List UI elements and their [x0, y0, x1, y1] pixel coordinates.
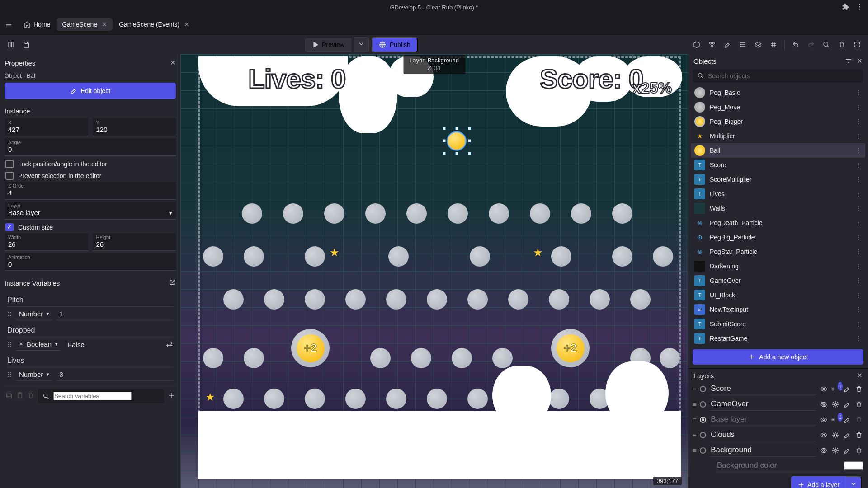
object-item[interactable]: Peg_Basic⋮ [691, 85, 865, 100]
kebab-menu-icon[interactable]: ⋮ [855, 190, 862, 197]
selection-handle[interactable] [468, 139, 471, 142]
kebab-menu-icon[interactable]: ⋮ [855, 335, 862, 342]
object-icon[interactable] [690, 38, 703, 51]
selection-handle[interactable] [443, 139, 446, 142]
layer-name-input[interactable]: Clouds [710, 429, 816, 441]
object-item[interactable]: Peg_Move⋮ [691, 100, 865, 114]
layer-name-input[interactable]: GameOver [710, 398, 816, 411]
variable-type-select[interactable]: Number ▾ [16, 369, 52, 381]
edit-object-button[interactable]: Edit object [5, 83, 176, 99]
preview-dropdown-button[interactable] [354, 37, 369, 52]
kebab-menu-icon[interactable]: ⋮ [855, 306, 862, 313]
height-field[interactable]: Height26 [93, 233, 176, 251]
delete-layer-icon[interactable] [854, 431, 863, 440]
add-object-button[interactable]: Add a new object [693, 349, 863, 365]
drag-handle-icon[interactable]: ⠿ [7, 311, 12, 318]
kebab-menu-icon[interactable]: ⋮ [855, 248, 862, 255]
edit-layer-icon[interactable] [843, 415, 852, 424]
kebab-menu-icon[interactable]: ⋮ [855, 118, 862, 125]
kebab-menu-icon[interactable]: ⋮ [855, 219, 862, 226]
edit-layer-icon[interactable] [843, 431, 852, 440]
fullscreen-icon[interactable] [851, 38, 863, 51]
variable-name[interactable]: Pitch [7, 295, 173, 307]
object-item[interactable]: Ball⋮ [691, 143, 865, 158]
selection-handle[interactable] [443, 127, 446, 130]
hamburger-menu-button[interactable] [3, 19, 14, 30]
filter-icon[interactable] [845, 57, 852, 66]
effects-icon[interactable] [831, 446, 840, 455]
custom-size-checkbox[interactable]: Custom size [5, 221, 176, 233]
layer-select[interactable]: LayerBase layer ▾ [5, 202, 176, 220]
object-item[interactable]: TScoreMultiplier⋮ [691, 172, 865, 187]
kebab-menu-icon[interactable]: ⋮ [855, 234, 862, 241]
object-item[interactable]: TLives⋮ [691, 187, 865, 201]
drag-handle-icon[interactable]: ≡ [693, 432, 696, 439]
kebab-menu-icon[interactable]: ⋮ [855, 147, 862, 154]
tab-scene[interactable]: GameScene ✕ [57, 18, 113, 31]
save-icon[interactable] [20, 38, 33, 51]
copy-icon[interactable] [5, 392, 13, 400]
selection-handle[interactable] [455, 152, 458, 155]
edit-properties-icon[interactable] [721, 38, 734, 51]
edit-layer-icon[interactable] [843, 400, 852, 409]
object-item[interactable]: TScore⋮ [691, 158, 865, 172]
visibility-toggle-icon[interactable] [819, 431, 828, 440]
redo-icon[interactable] [805, 38, 817, 51]
zorder-field[interactable]: Z Order4 [5, 182, 176, 200]
object-item[interactable]: ⊛PegBig_Particle⋮ [691, 230, 865, 244]
visibility-toggle-icon[interactable] [819, 385, 828, 394]
group-icon[interactable] [706, 38, 718, 51]
drag-handle-icon[interactable]: ≡ [693, 385, 696, 393]
scene-canvas[interactable]: Layer: Background Z: 31 Lives: 0 Score: … [180, 54, 688, 488]
object-item[interactable]: TGameOver⋮ [691, 273, 865, 288]
instances-list-icon[interactable] [736, 38, 749, 51]
effects-icon[interactable] [831, 400, 840, 409]
width-field[interactable]: Width26 [5, 233, 88, 251]
object-item[interactable]: ★Multiplier⋮ [691, 129, 865, 143]
effects-icon[interactable]: 1 [831, 415, 840, 424]
selection-handle[interactable] [443, 152, 446, 155]
close-icon[interactable]: ✕ [170, 59, 176, 67]
edit-layer-icon[interactable] [843, 385, 852, 394]
active-layer-radio[interactable] [700, 386, 706, 392]
delete-layer-icon[interactable] [854, 446, 863, 455]
variable-type-select[interactable]: ✕Boolean ▾ [16, 339, 61, 351]
selection-handle[interactable] [468, 152, 471, 155]
object-item[interactable]: Darkening⋮ [691, 259, 865, 273]
visibility-toggle-icon[interactable] [819, 446, 828, 455]
active-layer-radio[interactable] [700, 401, 706, 408]
effects-icon[interactable]: 1 [831, 385, 840, 394]
drag-handle-icon[interactable]: ≡ [693, 416, 696, 423]
x-field[interactable]: X427 [5, 118, 88, 136]
active-layer-radio[interactable] [700, 432, 706, 438]
layer-name-input[interactable]: Base layer [710, 413, 816, 426]
prevent-selection-checkbox[interactable]: Prevent selection in the editor [5, 170, 176, 182]
layer-name-input[interactable]: Score [710, 383, 816, 395]
swap-icon[interactable] [166, 341, 173, 349]
visibility-toggle-icon[interactable] [819, 400, 828, 409]
layer-name-input[interactable]: Background [710, 444, 816, 457]
lock-position-checkbox[interactable]: Lock position/angle in the editor [5, 158, 176, 170]
drag-handle-icon[interactable]: ≡ [693, 447, 696, 454]
kebab-menu-icon[interactable]: ⋮ [855, 103, 862, 111]
variable-name[interactable]: Dropped [7, 325, 173, 337]
object-item[interactable]: ⊛PegDeath_Particle⋮ [691, 216, 865, 230]
search-variables-input[interactable] [38, 389, 164, 403]
delete-layer-icon[interactable] [854, 415, 863, 424]
selection-handle[interactable] [468, 127, 471, 130]
close-icon[interactable]: ✕ [184, 21, 189, 28]
selection-handle[interactable] [455, 127, 458, 130]
tab-events[interactable]: GameScene (Events) ✕ [113, 18, 195, 31]
selected-ball-instance[interactable] [447, 131, 466, 150]
delete-layer-icon[interactable] [854, 385, 863, 394]
object-item[interactable]: TSubmitScore⋮ [691, 317, 865, 331]
add-variable-icon[interactable] [168, 392, 175, 400]
close-icon[interactable]: ✕ [102, 21, 107, 28]
objects-search[interactable] [693, 69, 863, 83]
animation-field[interactable]: Animation0 [5, 253, 176, 271]
drag-handle-icon[interactable]: ⠿ [7, 371, 12, 379]
layers-icon[interactable] [752, 38, 764, 51]
effects-icon[interactable] [831, 431, 840, 440]
variable-value-input[interactable]: 1 [57, 309, 173, 320]
grid-icon[interactable] [767, 38, 780, 51]
